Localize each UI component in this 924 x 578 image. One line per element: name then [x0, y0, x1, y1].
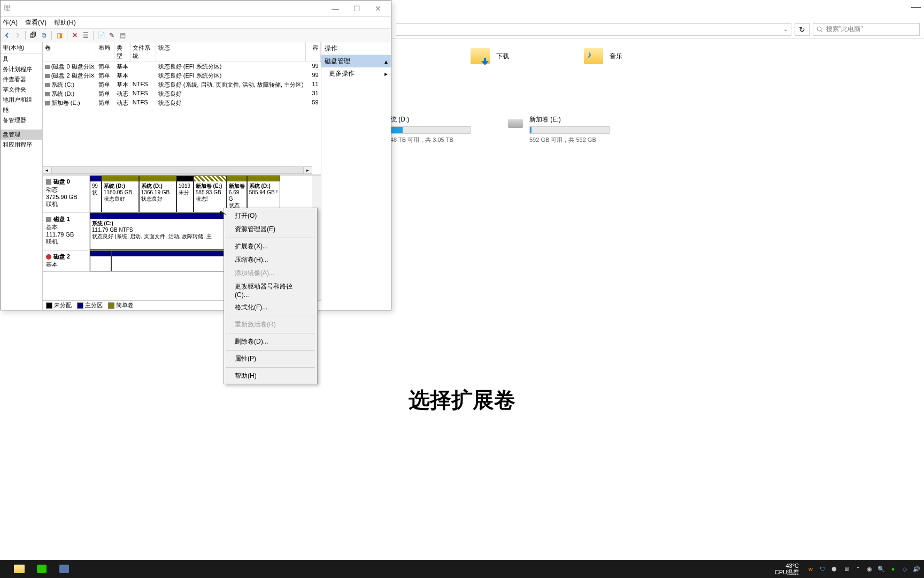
- table-row[interactable]: (磁盘 0 磁盘分区 1)简单基本状态良好 (EFI 系统分区)99: [43, 62, 321, 71]
- ctx-delete-volume[interactable]: 删除卷(D)...: [225, 335, 316, 348]
- drive-e[interactable]: 新加卷 (E:) 592 GB 可用，共 592 GB: [529, 115, 636, 144]
- edit-icon[interactable]: ✎: [107, 31, 116, 40]
- search-input[interactable]: 搜索"此电脑": [813, 23, 920, 36]
- maximize-button[interactable]: ☐: [346, 2, 367, 15]
- disk-label[interactable]: 磁盘 2 基本: [43, 250, 90, 271]
- nav-item[interactable]: 享文件夹: [1, 85, 42, 95]
- ctx-shrink-volume[interactable]: 压缩卷(H)...: [225, 253, 316, 267]
- nav-item[interactable]: 务计划程序: [1, 64, 42, 74]
- disk-label[interactable]: 磁盘 0 动态 3725.90 GB 联机: [43, 176, 90, 212]
- folder-icon: [584, 48, 603, 64]
- col-layout[interactable]: 布局: [96, 42, 114, 62]
- nav-item[interactable]: 具: [1, 54, 42, 64]
- partition[interactable]: 1019未分: [176, 176, 194, 212]
- table-row[interactable]: 新加卷 (E:)简单动态NTFS状态良好59: [43, 98, 321, 108]
- table-row[interactable]: 系统 (D:)简单动态NTFS状态良好31: [43, 89, 321, 98]
- new-icon[interactable]: 📄: [97, 31, 105, 40]
- volume-table: 卷 布局 类型 文件系统 状态 容 (磁盘 0 磁盘分区 1)简单基本状态良好 …: [43, 42, 321, 175]
- folder-label: 音乐: [610, 52, 622, 61]
- minimize-button[interactable]: —: [325, 2, 346, 15]
- folder-music[interactable]: 音乐: [584, 48, 622, 64]
- forward-icon[interactable]: [13, 31, 22, 40]
- partition[interactable]: 新加卷6.69 G状态: [227, 176, 247, 212]
- menu-help[interactable]: 帮助(H): [54, 18, 76, 27]
- tray-wechat-icon[interactable]: ●: [889, 565, 897, 573]
- tray-search-icon[interactable]: 🔍: [877, 565, 886, 573]
- nav-item[interactable]: 和应用程序: [1, 140, 42, 150]
- col-type[interactable]: 类型: [114, 42, 130, 62]
- ctx-change-letter[interactable]: 更改驱动器号和路径(C)...: [225, 280, 316, 301]
- refresh-button[interactable]: ↻: [795, 23, 810, 36]
- address-bar[interactable]: ⌄: [396, 23, 791, 36]
- cpu-temp[interactable]: 43°C CPU温度: [775, 562, 799, 575]
- drive-icon: [508, 119, 523, 128]
- tray-chevron-icon[interactable]: ⌃: [853, 565, 862, 573]
- window-title: 理: [3, 4, 325, 13]
- tray-icon[interactable]: 🖥: [842, 565, 850, 573]
- partition[interactable]: 系统 (D:)1180.05 GB状态良好: [102, 176, 139, 212]
- menu-action[interactable]: 作(A): [3, 18, 18, 27]
- col-status[interactable]: 状态: [156, 42, 306, 62]
- tray-shield-icon[interactable]: ◇: [900, 565, 909, 573]
- menu-view[interactable]: 查看(V): [25, 18, 47, 27]
- ctx-extend-volume[interactable]: 扩展卷(X)...: [225, 240, 316, 253]
- list-icon[interactable]: ▤: [118, 31, 127, 40]
- tool-icon[interactable]: ◨: [55, 31, 64, 40]
- ctx-open[interactable]: 打开(O): [225, 209, 316, 223]
- nav-item[interactable]: 能: [1, 105, 42, 115]
- legend-simple: 简单卷: [108, 301, 134, 309]
- nav-item[interactable]: 件查看器: [1, 74, 42, 85]
- back-icon[interactable]: [3, 31, 11, 40]
- drive-usage-bar: [390, 126, 471, 134]
- actions-row[interactable]: 磁盘管理▴: [321, 55, 391, 67]
- drive-info: 592 GB 可用，共 592 GB: [529, 136, 636, 144]
- col-capacity[interactable]: 容: [306, 42, 321, 62]
- partition[interactable]: 系统 (D:)585.94 GB !: [247, 176, 280, 212]
- tray-icon[interactable]: w: [806, 565, 815, 573]
- table-row[interactable]: 系统 (C:)简单基本NTFS状态良好 (系统, 启动, 页面文件, 活动, 故…: [43, 80, 321, 89]
- table-header[interactable]: 卷 布局 类型 文件系统 状态 容: [43, 42, 321, 62]
- partition[interactable]: 99状: [90, 176, 102, 212]
- drive-label: 统 (D:): [390, 115, 497, 124]
- tray-icon[interactable]: ◉: [865, 565, 874, 573]
- properties-icon[interactable]: ☰: [81, 31, 90, 40]
- actions-more[interactable]: 更多操作▸: [321, 67, 391, 80]
- titlebar[interactable]: 理 — ☐ ✕: [1, 1, 391, 17]
- ctx-add-mirror: 添加镜像(A)...: [225, 267, 316, 280]
- ctx-properties[interactable]: 属性(P): [225, 352, 316, 366]
- col-volume[interactable]: 卷: [43, 42, 96, 62]
- refresh-icon[interactable]: ⧉: [40, 31, 48, 40]
- folder-downloads[interactable]: 下载: [471, 48, 509, 64]
- ctx-explore[interactable]: 资源管理器(E): [225, 223, 316, 236]
- search-icon: [817, 26, 823, 33]
- taskbar-app[interactable]: [55, 561, 74, 577]
- nav-item-disk-management[interactable]: 盘管理: [1, 130, 42, 140]
- drive-d[interactable]: 统 (D:) 48 TB 可用，共 3.05 TB: [390, 115, 497, 144]
- taskbar-wechat[interactable]: [32, 561, 51, 577]
- close-button[interactable]: ✕: [367, 2, 389, 15]
- tray-shield-icon[interactable]: 🛡: [818, 565, 827, 573]
- partition[interactable]: 系统 (D:)1366.19 GB状态良好: [139, 176, 176, 212]
- up-icon[interactable]: 🗐: [29, 31, 37, 40]
- context-menu: 打开(O) 资源管理器(E) 扩展卷(X)... 压缩卷(H)... 添加镜像(…: [224, 208, 318, 384]
- svg-point-0: [817, 27, 821, 31]
- table-row[interactable]: (磁盘 2 磁盘分区 1)简单基本状态良好 (EFI 系统分区)99: [43, 71, 321, 80]
- nav-item[interactable]: 地用户和组: [1, 95, 42, 105]
- horizontal-scrollbar[interactable]: ◂▸: [43, 166, 312, 174]
- taskbar-explorer[interactable]: [10, 561, 29, 577]
- tray-icon[interactable]: ⬢: [830, 565, 838, 573]
- collapse-icon[interactable]: ▴: [384, 58, 388, 65]
- nav-item[interactable]: 备管理器: [1, 115, 42, 125]
- col-fs[interactable]: 文件系统: [130, 42, 156, 62]
- delete-icon[interactable]: ✕: [71, 31, 79, 40]
- menu-bar: 作(A) 查看(V) 帮助(H): [1, 17, 391, 28]
- partition[interactable]: 新加卷 (E:)585.93 GB状态!: [194, 176, 227, 212]
- tray-volume-icon[interactable]: 🔊: [912, 565, 921, 573]
- folder-label: 下载: [496, 52, 509, 61]
- disk-label[interactable]: 磁盘 1 基本 111.79 GB 联机: [43, 213, 90, 250]
- drive-usage-bar: [529, 126, 610, 134]
- ctx-help[interactable]: 帮助(H): [225, 369, 316, 383]
- chevron-down-icon[interactable]: ⌄: [783, 26, 788, 32]
- ctx-format[interactable]: 格式化(F)...: [225, 301, 316, 314]
- explorer-close-hint[interactable]: —: [911, 1, 921, 12]
